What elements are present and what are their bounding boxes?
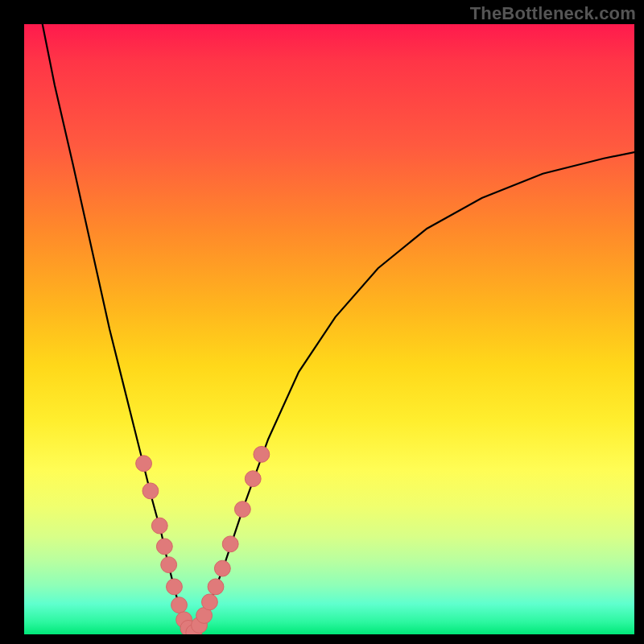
marker-point [254,446,270,462]
marker-point [161,557,177,573]
marker-point [156,539,172,555]
marker-point [171,597,188,613]
marker-group [136,446,270,634]
marker-point [202,594,218,610]
marker-point [245,471,261,487]
marker-point [208,579,224,595]
marker-point [234,502,250,518]
marker-point [222,536,238,552]
plot-area [24,24,634,634]
curve-right-branch [194,152,634,633]
marker-point [142,483,159,499]
marker-point [167,579,183,595]
marker-point [214,560,230,576]
watermark-text: TheBottleneck.com [470,3,636,24]
marker-point [136,456,152,472]
chart-stage: TheBottleneck.com [0,0,644,644]
chart-overlay [24,24,634,634]
marker-point [151,518,167,534]
